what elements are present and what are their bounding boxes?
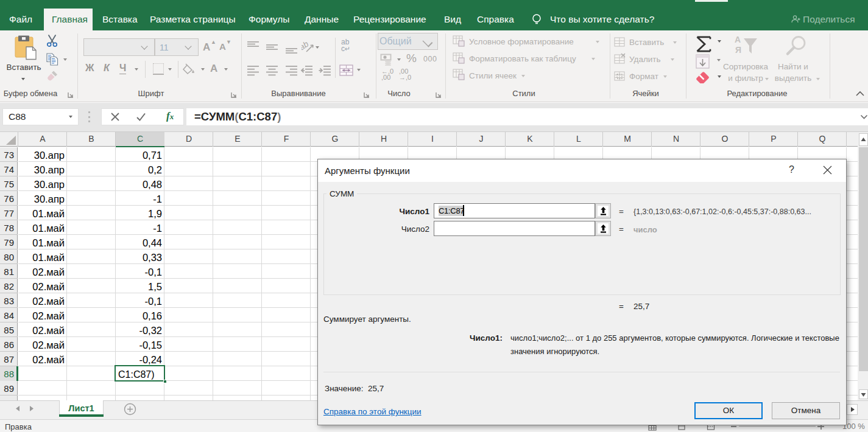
svg-text:ab: ab [302,40,311,52]
